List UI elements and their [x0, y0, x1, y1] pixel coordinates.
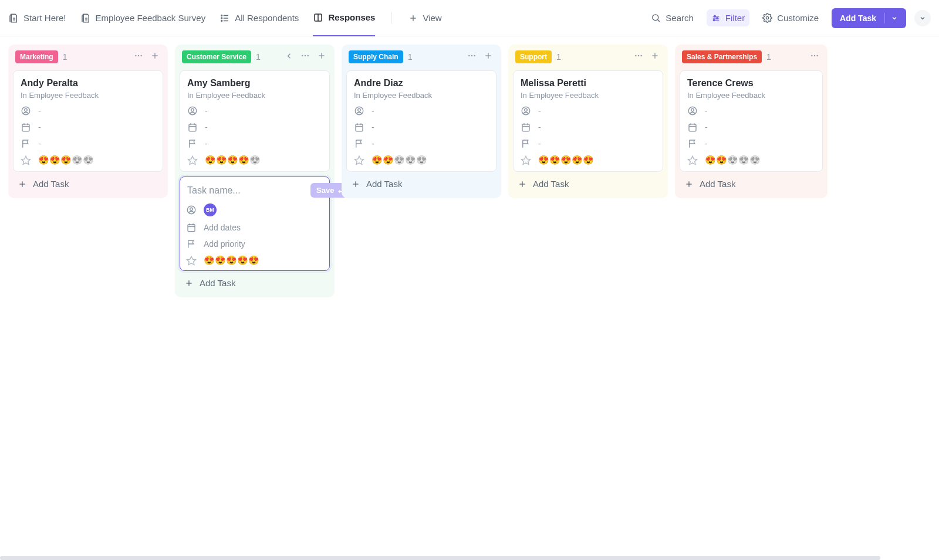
svg-rect-40: [189, 124, 196, 131]
add-view-label: View: [423, 13, 441, 23]
column-menu[interactable]: [633, 50, 644, 64]
priority-row[interactable]: -: [521, 138, 656, 149]
svg-rect-75: [522, 124, 529, 131]
assignee-row[interactable]: -: [354, 106, 489, 116]
task-card[interactable]: Amy Samberg In Employee Feedback - - - 😍…: [180, 70, 330, 172]
svg-point-56: [474, 55, 475, 56]
tabs: Start Here! Employee Feedback Survey: [8, 0, 442, 36]
date-row[interactable]: -: [21, 122, 156, 133]
new-task-card[interactable]: Save BM Add dates Add priority 😍😍😍😍😍: [180, 177, 330, 271]
status-pill[interactable]: Marketing: [15, 50, 58, 63]
filter-icon: [711, 13, 721, 23]
toolbar-right: Search Filter: [646, 8, 931, 28]
svg-point-82: [811, 55, 812, 56]
task-name-input[interactable]: [186, 185, 306, 196]
rating-row[interactable]: 😍😍😍😍😍: [186, 255, 323, 266]
svg-point-10: [653, 15, 658, 21]
task-card[interactable]: Andre Diaz In Employee Feedback - - - 😍😍…: [346, 70, 496, 172]
column-header: Support 1: [513, 49, 663, 68]
svg-point-73: [522, 107, 530, 115]
rating-row[interactable]: 😍😍😍😍😍: [187, 155, 322, 165]
column-add[interactable]: [649, 50, 661, 64]
person-icon: [687, 106, 698, 116]
card-subtitle: In Employee Feedback: [521, 91, 656, 100]
priority-row[interactable]: Add priority: [186, 239, 323, 249]
assignee-avatar[interactable]: BM: [204, 203, 217, 216]
svg-point-13: [714, 15, 715, 17]
date-row[interactable]: -: [187, 122, 322, 133]
date-row[interactable]: -: [687, 122, 815, 133]
card-subtitle: In Employee Feedback: [354, 91, 489, 100]
add-task-button[interactable]: Add Task: [832, 8, 906, 28]
add-task-link[interactable]: Add Task: [513, 172, 663, 194]
add-view[interactable]: View: [408, 0, 441, 36]
more-menu[interactable]: [914, 10, 931, 26]
add-task-label: Add Task: [700, 179, 735, 189]
tab-all-respondents[interactable]: All Respondents: [219, 0, 299, 36]
task-card[interactable]: Terence Crews In Employee Feedback - - -…: [680, 70, 823, 172]
priority-row[interactable]: -: [187, 138, 322, 149]
rating-row[interactable]: 😍😍😍😍😍: [521, 155, 656, 165]
meta-empty: -: [538, 123, 541, 132]
column-menu[interactable]: [133, 50, 144, 64]
add-task-link[interactable]: Add Task: [346, 172, 496, 194]
search-button[interactable]: Search: [646, 9, 698, 26]
tab-label: Employee Feedback Survey: [96, 13, 206, 23]
svg-marker-79: [522, 156, 531, 164]
assignee-row[interactable]: -: [687, 106, 815, 116]
add-task-link[interactable]: Add Task: [13, 172, 163, 194]
task-card[interactable]: Melissa Peretti In Employee Feedback - -…: [513, 70, 663, 172]
priority-row[interactable]: -: [354, 138, 489, 149]
customize-button[interactable]: Customize: [758, 9, 823, 26]
status-pill[interactable]: Support: [515, 50, 552, 63]
svg-point-68: [635, 55, 636, 56]
assignee-row[interactable]: -: [21, 106, 156, 116]
chevron-down-icon[interactable]: [891, 15, 898, 22]
date-row[interactable]: -: [521, 122, 656, 133]
priority-row[interactable]: -: [687, 138, 815, 149]
horizontal-scrollbar[interactable]: [0, 556, 880, 560]
rating-row[interactable]: 😍😍😍😍😍: [354, 155, 489, 165]
filter-button[interactable]: Filter: [707, 9, 749, 26]
assignee-row[interactable]: -: [521, 106, 656, 116]
add-priority-label: Add priority: [204, 239, 245, 249]
date-row[interactable]: -: [354, 122, 489, 133]
column-menu[interactable]: [466, 50, 478, 64]
tab-start-here[interactable]: Start Here!: [8, 0, 66, 36]
task-card[interactable]: Andy Peralta In Employee Feedback - - - …: [13, 70, 163, 172]
tab-label: All Respondents: [235, 13, 299, 23]
priority-row[interactable]: -: [21, 138, 156, 149]
assignee-row[interactable]: -: [187, 106, 322, 116]
add-task-link[interactable]: Add Task: [680, 172, 823, 194]
board[interactable]: Marketing 1 Andy Peralta In Employee Fee…: [0, 36, 939, 560]
star-icon: [21, 155, 31, 165]
list-icon: [219, 13, 230, 23]
tab-responses[interactable]: Responses: [313, 0, 375, 36]
svg-point-55: [471, 55, 472, 56]
column-add[interactable]: [482, 50, 494, 64]
svg-point-60: [358, 108, 361, 111]
status-pill[interactable]: Customer Service: [182, 50, 251, 63]
status-pill[interactable]: Supply Chain: [349, 50, 403, 63]
rating-row[interactable]: 😍😍😍😍😍: [21, 155, 156, 165]
column-count: 1: [63, 52, 67, 62]
svg-point-86: [691, 108, 694, 111]
star-icon: [521, 155, 531, 165]
customize-label: Customize: [777, 13, 819, 23]
add-dates-label: Add dates: [204, 223, 241, 232]
column-add[interactable]: [316, 50, 327, 64]
column-count: 1: [256, 52, 261, 62]
date-row[interactable]: Add dates: [186, 222, 323, 233]
svg-line-11: [658, 20, 660, 22]
assignee-row[interactable]: BM: [186, 203, 323, 216]
column-menu[interactable]: [809, 50, 820, 64]
collapse-icon[interactable]: [283, 50, 295, 64]
column-add[interactable]: [149, 50, 161, 64]
status-pill[interactable]: Sales & Partnerships: [682, 50, 762, 63]
card-title: Melissa Peretti: [521, 78, 656, 89]
add-task-link[interactable]: Add Task: [180, 271, 330, 293]
board-icon: [313, 12, 323, 23]
column-menu[interactable]: [299, 50, 311, 64]
tab-feedback-survey[interactable]: Employee Feedback Survey: [80, 0, 206, 36]
rating-row[interactable]: 😍😍😍😍😍: [687, 155, 815, 165]
